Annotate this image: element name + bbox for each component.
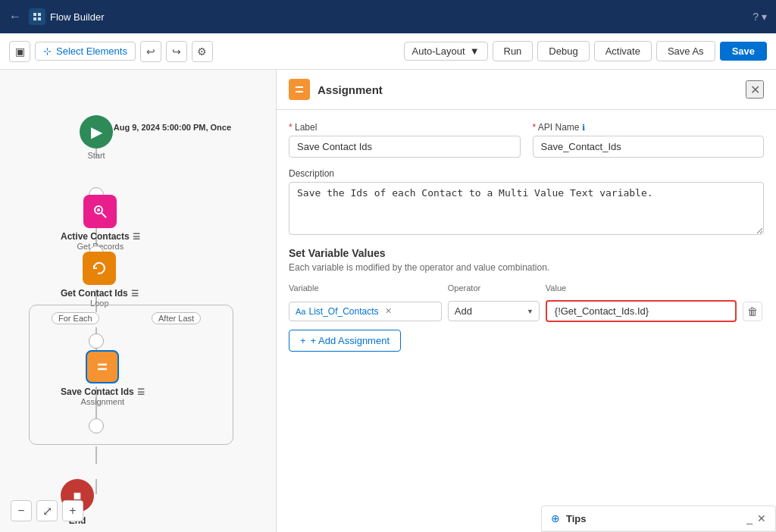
active-contacts-menu-icon[interactable]: ☰: [133, 232, 140, 242]
save-label: Save: [732, 45, 755, 57]
delete-action: 🗑: [743, 302, 764, 321]
undo-button[interactable]: ↩: [140, 41, 161, 62]
description-label: Description: [289, 168, 764, 179]
connector-circle-4: [89, 418, 104, 433]
redo-button[interactable]: ↪: [166, 41, 187, 62]
description-field-group: Description Save the Ids of each Contact…: [289, 168, 764, 235]
assignment-header-icon: [293, 83, 305, 95]
tips-minimize-button[interactable]: _: [746, 512, 753, 524]
api-name-required-star: *: [533, 122, 537, 133]
label-field-group: * Label: [289, 122, 521, 158]
activate-label: Activate: [605, 45, 640, 57]
panel-body: * Label * API Name ℹ Description: [277, 110, 776, 532]
active-contacts-title: Active Contacts: [61, 231, 130, 242]
refresh-icon: [91, 260, 108, 277]
api-name-field-label: * API Name ℹ: [533, 122, 765, 133]
value-field: [546, 300, 737, 322]
select-elements-button[interactable]: ⊹ Select Elements: [35, 42, 136, 61]
trash-icon: 🗑: [747, 305, 758, 318]
auto-layout-button[interactable]: Auto-Layout ▼: [404, 42, 488, 61]
assignment-flow-node[interactable]: Save Contact Ids ☰ Assignment: [61, 350, 145, 406]
loop-icon: [83, 252, 116, 285]
select-elements-label: Select Elements: [56, 45, 127, 57]
zoom-in-button[interactable]: +: [62, 500, 83, 521]
tips-actions: _ ✕: [746, 512, 766, 524]
section-desc: Each variable is modified by the operato…: [289, 262, 764, 273]
assignment-panel: Assignment ✕ * Label * API Name ℹ: [276, 70, 776, 532]
undo-icon: ↩: [146, 45, 155, 58]
loop-title: Get Contact Ids: [61, 288, 128, 299]
assignment-node-menu-icon[interactable]: ☰: [137, 387, 145, 397]
add-assignment-label: + Add Assignment: [311, 335, 390, 346]
redo-icon: ↪: [172, 45, 181, 58]
label-required-star: *: [289, 122, 293, 133]
flow-canvas[interactable]: Fri, Aug 9, 2024 5:00:00 PM, Once ▶ Star…: [0, 70, 276, 532]
assignment-icon: [86, 350, 119, 383]
run-button[interactable]: Run: [493, 41, 534, 61]
run-label: Run: [504, 45, 522, 57]
activate-button[interactable]: Activate: [594, 41, 652, 61]
label-field-label: * Label: [289, 122, 521, 133]
app-logo: Flow Builder: [29, 8, 105, 25]
svg-rect-0: [29, 8, 45, 25]
variable-assignment-row: Aa List_Of_Contacts ✕ Add Subtract Equal…: [289, 300, 764, 322]
label-api-row: * Label * API Name ℹ: [289, 122, 764, 158]
settings-button[interactable]: ⚙: [192, 41, 213, 62]
value-col-header: Value: [546, 283, 737, 293]
fit-view-button[interactable]: ⤢: [36, 500, 58, 521]
back-button[interactable]: ←: [9, 10, 21, 23]
api-name-info-icon[interactable]: ℹ: [582, 123, 585, 132]
zoom-controls: − ⤢ +: [11, 500, 83, 521]
variable-type-icon: Aa: [296, 307, 305, 316]
active-contacts-node[interactable]: Active Contacts ☰ Get Records: [61, 195, 140, 251]
operator-select[interactable]: Add Subtract Equals: [448, 301, 540, 321]
save-as-button[interactable]: Save As: [656, 41, 715, 61]
for-each-label: For Each: [52, 312, 99, 324]
auto-layout-dropdown-icon: ▼: [470, 45, 480, 57]
variable-col-header: Variable: [289, 283, 442, 293]
start-label: Start: [87, 151, 105, 160]
sidebar-toggle-button[interactable]: ▣: [9, 41, 30, 62]
cursor-icon: ⊹: [43, 45, 52, 57]
start-icon[interactable]: ▶: [80, 115, 113, 149]
search-records-icon: [92, 203, 108, 220]
api-name-field-group: * API Name ℹ: [533, 122, 765, 158]
loop-node[interactable]: Get Contact Ids ☰ Loop: [61, 252, 139, 308]
variable-field: Aa List_Of_Contacts ✕: [289, 302, 442, 321]
tips-icon: ⊕: [551, 512, 560, 524]
start-node[interactable]: ▶ Start: [80, 115, 113, 160]
tips-close-button[interactable]: ✕: [757, 512, 766, 524]
sidebar-icon: ▣: [15, 45, 25, 58]
delete-row-button[interactable]: 🗑: [743, 302, 762, 321]
operator-field: Add Subtract Equals: [448, 301, 540, 321]
debug-button[interactable]: Debug: [537, 41, 589, 61]
svg-line-10: [102, 213, 106, 217]
plus-icon: +: [300, 335, 306, 346]
tips-title: Tips: [566, 513, 740, 524]
save-as-label: Save As: [668, 45, 704, 57]
add-assignment-button[interactable]: + + Add Assignment: [289, 330, 401, 352]
tips-panel: ⊕ Tips _ ✕: [541, 505, 776, 532]
variable-pill-remove[interactable]: ✕: [385, 306, 392, 316]
panel-title: Assignment: [318, 83, 738, 96]
variable-pill-label: List_Of_Contacts: [308, 306, 378, 317]
panel-close-button[interactable]: ✕: [746, 80, 764, 99]
after-last-label: After Last: [152, 312, 201, 324]
panel-header-icon: [289, 79, 310, 100]
top-nav: ← Flow Builder ? ▾: [0, 0, 776, 33]
save-button[interactable]: Save: [720, 42, 767, 61]
operator-col-header: Operator: [448, 283, 540, 293]
help-button[interactable]: ? ▾: [753, 11, 767, 23]
label-input[interactable]: [289, 136, 521, 158]
value-input[interactable]: [546, 300, 737, 322]
api-name-input[interactable]: [533, 136, 765, 158]
loop-menu-icon[interactable]: ☰: [131, 289, 139, 299]
app-title: Flow Builder: [50, 11, 105, 23]
schedule-date: Fri, Aug 9, 2024 5:00:00 PM, Once: [99, 123, 231, 132]
panel-header: Assignment ✕: [277, 70, 776, 110]
zoom-out-button[interactable]: −: [11, 500, 32, 521]
schedule-info: Fri, Aug 9, 2024 5:00:00 PM, Once: [99, 123, 231, 132]
description-textarea[interactable]: Save the Ids of each Contact to a Multi …: [289, 182, 764, 235]
settings-icon: ⚙: [197, 45, 207, 58]
tips-header: ⊕ Tips _ ✕: [542, 506, 775, 531]
